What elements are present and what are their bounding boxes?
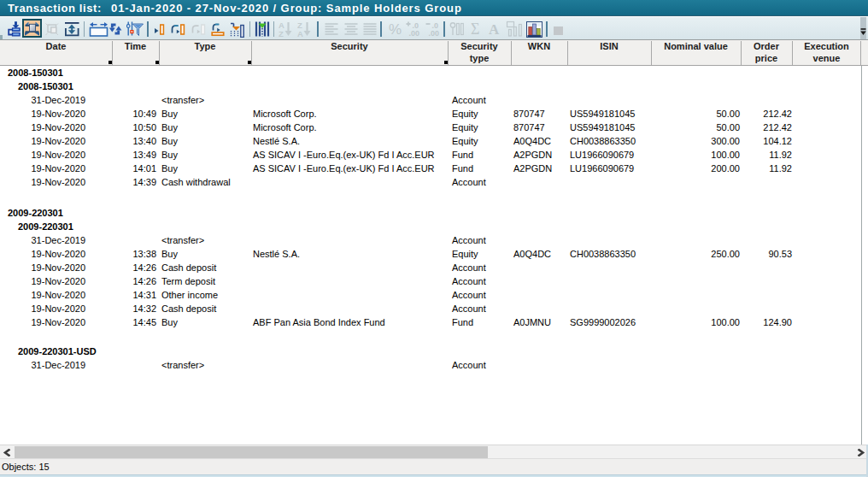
- svg-text:Z: Z: [279, 29, 284, 38]
- svg-text:.00: .00: [409, 29, 420, 38]
- svg-text:.00: .00: [429, 29, 440, 38]
- svg-text:Σ: Σ: [471, 21, 479, 38]
- svg-text:A: A: [297, 29, 303, 38]
- svg-text:A: A: [489, 21, 500, 38]
- svg-text:%: %: [389, 21, 402, 38]
